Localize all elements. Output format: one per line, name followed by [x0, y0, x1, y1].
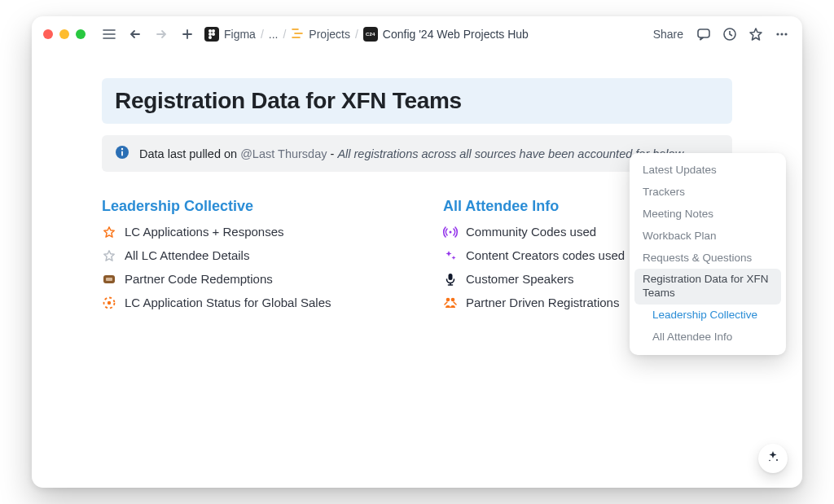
svg-point-22 [108, 300, 111, 304]
breadcrumb: Figma / ... / Projects / C24 Config '24 … [204, 27, 529, 42]
breadcrumb-current-label: Config '24 Web Projects Hub [383, 28, 529, 41]
outline-panel: Latest Updates Trackers Meeting Notes Wo… [630, 153, 786, 355]
date-mention[interactable]: @Last Thursday [240, 147, 327, 160]
page-link-lc-application-status[interactable]: LC Application Status for Global Sales [102, 294, 391, 311]
breadcrumb-projects-label: Projects [309, 28, 350, 41]
breadcrumb-sep: / [261, 28, 264, 41]
section-heading: Leadership Collective [102, 198, 391, 215]
nav-back-button[interactable] [126, 25, 144, 43]
svg-point-15 [784, 33, 787, 35]
share-button[interactable]: Share [650, 26, 687, 42]
microphone-icon [443, 273, 458, 286]
info-icon [115, 145, 129, 162]
close-window-button[interactable] [43, 29, 53, 39]
svg-rect-20 [106, 278, 112, 281]
nav-forward-button[interactable] [152, 25, 170, 43]
figma-logo-icon [204, 27, 219, 42]
page-thumb-icon: C24 [363, 27, 378, 42]
outline-item[interactable]: Trackers [634, 182, 781, 204]
page-link-label: Partner Code Redemptions [125, 272, 273, 286]
svg-point-6 [212, 33, 215, 36]
outline-subitem[interactable]: All Attendee Info [634, 327, 781, 348]
title-banner: Registration Data for XFN Teams [102, 78, 732, 124]
page-title: Registration Data for XFN Teams [115, 88, 719, 114]
svg-point-4 [212, 29, 215, 33]
svg-rect-24 [449, 274, 453, 280]
svg-rect-17 [121, 151, 123, 156]
sidebar-toggle-button[interactable] [100, 25, 118, 43]
toolbar: Figma / ... / Projects / C24 Config '24 … [32, 16, 802, 52]
outline-item[interactable]: Latest Updates [634, 160, 781, 182]
page-link-label: LC Applications + Responses [125, 225, 284, 239]
page-link-lc-applications[interactable]: LC Applications + Responses [102, 223, 391, 240]
svg-point-25 [446, 297, 450, 301]
window-controls [43, 29, 86, 39]
ticket-icon [102, 274, 116, 284]
breadcrumb-current[interactable]: C24 Config '24 Web Projects Hub [363, 27, 529, 42]
breadcrumb-sep: / [355, 28, 358, 41]
outline-item-active[interactable]: Registration Data for XFN Teams [634, 269, 781, 305]
info-text: Data last pulled on @Last Thursday - All… [139, 147, 686, 160]
favorite-button[interactable] [747, 25, 765, 43]
breadcrumb-root[interactable]: Figma [204, 27, 256, 42]
breadcrumb-sep: / [283, 28, 286, 41]
comments-button[interactable] [695, 25, 713, 43]
app-window: Figma / ... / Projects / C24 Config '24 … [32, 16, 802, 488]
outline-item[interactable]: Meeting Notes [634, 204, 781, 226]
svg-point-7 [208, 36, 212, 39]
svg-rect-11 [698, 29, 709, 37]
sparkle-icon [766, 450, 779, 467]
svg-point-13 [776, 33, 779, 35]
page-link-lc-attendee-details[interactable]: All LC Attendee Details [102, 247, 391, 264]
outline-item[interactable]: Requests & Questions [634, 248, 781, 270]
svg-point-23 [450, 230, 452, 233]
column-leadership-collective: Leadership Collective LC Applications + … [102, 198, 391, 311]
page-link-label: Content Creators codes used [466, 248, 625, 262]
more-menu-button[interactable] [773, 25, 791, 43]
link-list: LC Applications + Responses All LC Atten… [102, 223, 391, 311]
new-page-button[interactable] [178, 25, 196, 43]
outline-item[interactable]: Workback Plan [634, 226, 781, 248]
breadcrumb-ellipsis[interactable]: ... [269, 28, 279, 41]
breadcrumb-projects[interactable]: Projects [291, 28, 350, 42]
page-link-label: Partner Driven Registrations [466, 296, 619, 309]
page-link-label: LC Application Status for Global Sales [125, 296, 331, 309]
svg-point-28 [769, 460, 770, 462]
page-link-label: Customer Speakers [466, 272, 574, 286]
people-icon [443, 297, 458, 309]
page-link-partner-code-redemptions[interactable]: Partner Code Redemptions [102, 270, 391, 287]
svg-point-14 [780, 33, 783, 35]
history-button[interactable] [721, 25, 739, 43]
svg-point-3 [208, 29, 212, 33]
gantt-icon [291, 28, 304, 42]
maximize-window-button[interactable] [76, 29, 86, 39]
page-link-label: Community Codes used [466, 225, 596, 239]
target-icon [102, 296, 116, 309]
minimize-window-button[interactable] [59, 29, 69, 39]
sparkles-icon [443, 249, 458, 262]
star-icon [102, 226, 116, 239]
svg-point-27 [776, 459, 778, 461]
breadcrumb-root-label: Figma [224, 28, 256, 41]
page-link-label: All LC Attendee Details [125, 248, 249, 262]
ai-assist-fab[interactable] [758, 444, 788, 473]
broadcast-icon [443, 226, 458, 238]
svg-point-26 [451, 297, 455, 301]
svg-point-5 [208, 33, 212, 36]
svg-point-18 [121, 148, 123, 150]
star-outline-icon [102, 249, 116, 262]
outline-subitem[interactable]: Leadership Collective [634, 305, 781, 327]
